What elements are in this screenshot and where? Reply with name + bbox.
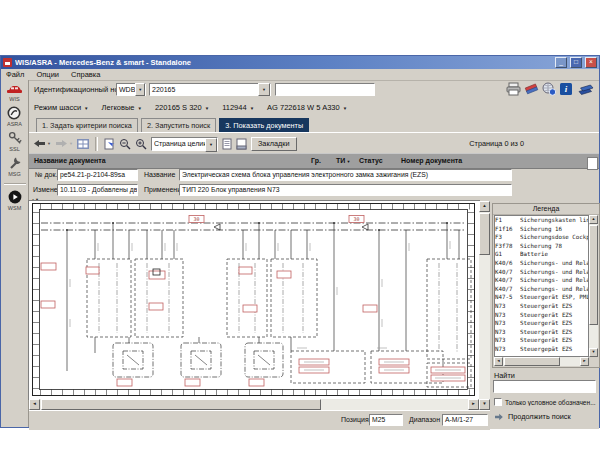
scroll-up-icon[interactable]: ▲ xyxy=(589,215,598,224)
doc-no-field[interactable]: pe54.21-p-2104-89sa xyxy=(57,169,138,181)
bus-label-30[interactable]: 30 xyxy=(353,216,359,222)
doc-change-field[interactable]: 10.11.03 - Добавлены двиг... xyxy=(57,184,138,196)
minimize-button[interactable]: _ xyxy=(555,57,567,68)
sidebar-item-msg[interactable]: MSG xyxy=(8,156,22,177)
column-header-docnum[interactable]: Номер документа xyxy=(401,157,462,164)
menu-item[interactable]: Файл xyxy=(6,70,24,79)
chevron-down-icon[interactable]: ▼ xyxy=(135,83,145,96)
legend-desc: Batterie xyxy=(520,250,588,259)
maximize-button[interactable]: □ xyxy=(570,57,582,68)
legend-row[interactable]: F1f16Sicherung 16 xyxy=(495,225,588,234)
vscroll-thumb[interactable] xyxy=(479,213,490,255)
legend-vscroll-thumb[interactable] xyxy=(589,225,598,325)
sidebar-item-ssl[interactable]: SSL xyxy=(8,131,22,152)
wiring-diagram: 30 30 xyxy=(29,201,479,399)
print-button[interactable] xyxy=(506,82,522,97)
find-input[interactable] xyxy=(493,380,596,393)
legend-row[interactable]: K40/7Sicherungs- und Relais xyxy=(495,268,588,277)
forward-button[interactable]: ▼ xyxy=(55,139,73,148)
legend-row[interactable]: N73Steuergerät EZS xyxy=(495,302,588,311)
zoom-in-icon xyxy=(135,138,147,150)
sidebar-item-wsm[interactable]: WSM xyxy=(8,190,22,211)
column-header-name[interactable]: Название документа xyxy=(34,157,106,164)
menu-item[interactable]: Справка xyxy=(71,70,100,79)
legend-row[interactable]: F3f78Sicherung 78 xyxy=(495,242,588,251)
range-field[interactable]: A-M/1-27 xyxy=(442,414,488,426)
scroll-left-icon[interactable]: ◄ xyxy=(494,357,503,366)
column-header-status[interactable]: Статус xyxy=(359,157,383,164)
search-tab[interactable]: 2. Запустить поиск xyxy=(141,118,216,132)
eraser-icon xyxy=(524,82,539,96)
scroll-down-icon[interactable]: ▼ xyxy=(479,399,490,410)
close-button[interactable]: × xyxy=(585,57,597,68)
legend-row[interactable]: N73Steuergerät EZS xyxy=(495,311,588,320)
checkbox-icon[interactable] xyxy=(494,398,502,406)
chassis-filter[interactable]: AG 722618 W 5 A330 xyxy=(267,103,347,112)
schematic-vscrollbar[interactable]: ▲ ▼ xyxy=(479,201,490,410)
doc-usage-field[interactable]: ТИП 220 Блок управления N73 xyxy=(179,184,512,196)
legend-vscrollbar[interactable]: ▲ ▼ xyxy=(589,215,598,357)
legend-row[interactable]: K40/6Sicherungs- und Relais xyxy=(495,259,588,268)
scroll-right-icon[interactable]: ► xyxy=(468,399,479,410)
select-page-button[interactable] xyxy=(104,138,115,150)
zoom-out-button[interactable] xyxy=(119,138,131,150)
sidebar-item-asra[interactable]: ASRA xyxy=(7,106,22,127)
bus-label-30[interactable]: 30 xyxy=(193,216,199,222)
legend-row[interactable]: N73Steuergерät EZS xyxy=(495,345,588,354)
legend-row[interactable]: K40/7Sicherungs- und Relais xyxy=(495,285,588,294)
scroll-up-icon[interactable]: ▲ xyxy=(479,201,490,212)
chevron-down-icon[interactable]: ▼ xyxy=(47,141,51,146)
title-bar[interactable]: WIS/ASRA - Mercedes-Benz & smart - Stand… xyxy=(1,56,599,69)
hscroll-thumb[interactable] xyxy=(41,399,321,410)
continue-search-button[interactable]: Продолжить поиск xyxy=(494,412,571,421)
legend-row[interactable]: F1Sicherungskasten links xyxy=(495,216,588,225)
doc-title-field[interactable]: Электрическая схема блока управления эле… xyxy=(179,169,512,181)
legend-row[interactable]: N73Steuergerät EZS xyxy=(495,328,588,337)
sidebar-item-wis[interactable]: WIS xyxy=(6,83,23,102)
schematic-canvas[interactable]: 30 30 xyxy=(29,201,479,399)
legend-code: F3 xyxy=(495,233,520,242)
thumbnails-button[interactable] xyxy=(77,139,89,149)
legend-list[interactable]: F1Sicherungskasten links F1f16Sicherung … xyxy=(494,215,589,357)
info-button[interactable]: i xyxy=(560,82,576,97)
zoom-mode-select[interactable]: Страница целиком ▼ xyxy=(151,137,218,151)
facing-pages-button[interactable] xyxy=(236,138,247,150)
only-symbol-option[interactable]: Только условное обозначен... xyxy=(494,398,598,406)
back-button[interactable]: ▼ xyxy=(33,139,51,148)
legend-row[interactable]: N47-5Steuergerät ESP, PML u xyxy=(495,293,588,302)
column-header-ti[interactable]: ТИ xyxy=(336,157,350,164)
search-tab[interactable]: 1. Задать критерии поиска xyxy=(36,118,138,132)
erase-button[interactable] xyxy=(524,82,540,97)
documents-button[interactable] xyxy=(578,82,594,97)
scroll-left-icon[interactable]: ◄ xyxy=(29,399,40,410)
vin-combobox[interactable]: 220165 ▼ xyxy=(149,83,271,96)
position-field[interactable]: M25 xyxy=(369,414,403,426)
vin-extra-input[interactable] xyxy=(275,83,375,96)
legend-row[interactable]: G1Batterie xyxy=(495,250,588,259)
legend-row[interactable]: N73Steuergerät EZS xyxy=(495,336,588,345)
legend-hscrollbar[interactable]: ◄ ► xyxy=(494,357,589,366)
schematic-hscrollbar[interactable]: ◄ ► xyxy=(29,399,479,410)
zoom-in-button[interactable] xyxy=(135,138,147,150)
chassis-filter[interactable]: 220165 S 320 xyxy=(155,103,209,112)
search-tabs: 1. Задать критерии поиска 2. Запустить п… xyxy=(29,115,599,132)
chevron-down-icon[interactable]: ▼ xyxy=(205,138,217,152)
chevron-down-icon[interactable]: ▼ xyxy=(258,83,270,96)
single-page-button[interactable] xyxy=(222,138,232,150)
scroll-down-icon[interactable]: ▼ xyxy=(589,348,598,357)
bookmarks-button[interactable]: Закладки xyxy=(251,137,297,151)
menu-item[interactable]: Опции xyxy=(36,70,59,79)
chassis-filter[interactable]: Режим шасси xyxy=(34,103,89,112)
chassis-filter[interactable]: Легковые xyxy=(102,103,142,112)
wmi-combobox[interactable]: WDB ▼ xyxy=(116,83,146,96)
scroll-right-icon[interactable]: ► xyxy=(580,357,589,366)
legend-row[interactable]: F3Sicherungsdose Cockpit xyxy=(495,233,588,242)
search-settings-button[interactable] xyxy=(542,82,558,97)
legend-row[interactable]: N73Steuergerät EZS xyxy=(495,319,588,328)
chevron-down-icon[interactable]: ▼ xyxy=(69,141,73,146)
legend-hscroll-thumb[interactable] xyxy=(504,357,560,366)
chassis-filter[interactable]: 112944 xyxy=(222,103,254,112)
column-header-group[interactable]: Гр. xyxy=(311,157,321,164)
legend-row[interactable]: K40/7Sicherungs- und Relais xyxy=(495,276,588,285)
search-tab[interactable]: 3. Показать документы xyxy=(219,118,309,132)
